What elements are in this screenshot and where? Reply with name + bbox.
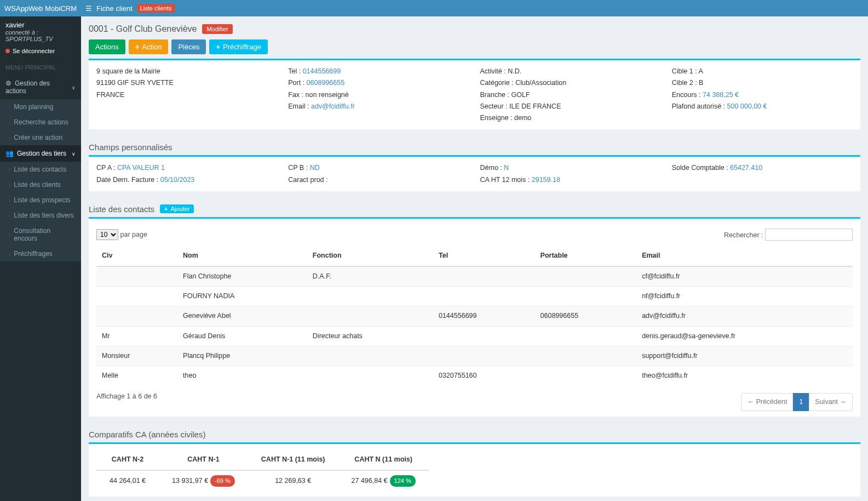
label: Plafond autorisé : (672, 103, 727, 110)
modify-button[interactable]: Modifier (202, 24, 232, 34)
table-row[interactable]: MonsieurPlancq Philippesupport@fcidiffu.… (96, 346, 853, 366)
plus-icon (164, 206, 168, 212)
cpa-link[interactable]: CPA VALEUR 1 (117, 164, 165, 172)
custom-fields-title: Champs personnalisés (89, 138, 860, 155)
breadcrumb-badge[interactable]: Liste clients (137, 4, 175, 13)
pager-next[interactable]: Suivant → (809, 393, 853, 411)
sidebar-item-tiers[interactable]: Gestion des tiers (0, 145, 81, 162)
status-dot-icon (5, 49, 10, 53)
perpage-select[interactable]: 10 (96, 229, 118, 240)
prechiffrage-button-label: Préchiffrage (223, 43, 261, 51)
value: A (698, 67, 703, 75)
col-header: CAHT N-2 (96, 449, 159, 470)
sidebar-subitem[interactable]: Liste des prospects (0, 192, 81, 208)
cell: 0320755160 (433, 366, 535, 386)
value: demo (514, 114, 531, 122)
sidebar-subitem[interactable]: Liste des contacts (0, 162, 81, 177)
label: Cible 2 : (672, 79, 699, 87)
cell (433, 266, 535, 287)
cell: 13 931,97 € (172, 477, 208, 485)
chevron-right-icon (9, 213, 10, 219)
label: CP B : (288, 164, 309, 172)
cell (433, 346, 535, 366)
pager-page-1[interactable]: 1 (793, 393, 809, 411)
col-header[interactable]: Fonction (307, 246, 433, 266)
address-line: FRANCE (96, 89, 277, 101)
cpb-link[interactable]: ND (310, 164, 320, 172)
cell (535, 287, 637, 306)
comparatif-table: CAHT N-2 CAHT N-1 CAHT N-1 (11 mois) CAH… (96, 449, 429, 492)
delta-down-badge: -69 % (210, 475, 235, 487)
actions-button[interactable]: Actions (89, 39, 125, 54)
col-header[interactable]: Portable (535, 246, 637, 266)
pieces-button[interactable]: Pièces (171, 39, 206, 54)
sidebar-item-actions[interactable]: Gestion des actions (0, 75, 81, 99)
sidebar-subitem-label: Consultation encours (14, 227, 76, 242)
contacts-table: CivNomFonctionTelPortableEmail Flan Chri… (96, 246, 853, 386)
user-conn-label: connecté à : (5, 29, 38, 36)
chevron-right-icon (9, 119, 10, 126)
content: 0001 - Golf Club Geneviève Modifier Acti… (81, 16, 868, 501)
logout-button[interactable]: Se déconnecter (0, 45, 81, 60)
sidebar-subitem-label: Liste des clients (14, 181, 60, 189)
label: CP A : (96, 164, 117, 172)
col-header[interactable]: Tel (433, 246, 535, 266)
col-header[interactable]: Nom (177, 246, 307, 266)
add-contact-label: Ajouter (171, 206, 190, 212)
table-row[interactable]: Melletheo0320755160theo@fcidiffu.fr (96, 366, 853, 386)
port-link[interactable]: 0608996655 (307, 79, 345, 87)
email-link[interactable]: adv@fcidiffu.fr (311, 103, 355, 110)
sidebar: xavier connecté à : SPORTPLUS_TV Se déco… (0, 16, 81, 501)
sidebar-subitem[interactable]: Consultation encours (0, 223, 81, 246)
value: ILE DE FRANCE (509, 103, 561, 110)
cell: 0144556699 (433, 306, 535, 326)
cell: D.A.F. (307, 266, 433, 287)
topbar: WSAppWeb MobiCRM Fiche client Liste clie… (0, 0, 868, 16)
sidebar-subitem[interactable]: Recherche actions (0, 115, 81, 130)
value: N.D. (508, 67, 521, 75)
chevron-right-icon (9, 167, 10, 173)
search-input[interactable] (765, 229, 853, 241)
sidebar-subitem[interactable]: Mon planning (0, 99, 81, 115)
table-row[interactable]: MrGéraud DenisDirecteur achatsdenis.gera… (96, 326, 853, 346)
action-button-label: Action (142, 43, 162, 51)
tel-link[interactable]: 0144556699 (303, 67, 341, 75)
gear-icon (5, 79, 12, 87)
cell: theo (177, 366, 307, 386)
sidebar-subitem-label: Recherche actions (14, 118, 68, 126)
sidebar-subitem-label: Liste des contacts (14, 166, 66, 173)
chevron-right-icon (9, 104, 10, 110)
pager-prev[interactable]: ← Précédent (741, 393, 793, 411)
label: Date Dern. Facture : (96, 176, 160, 184)
prechiffrage-button[interactable]: Préchiffrage (209, 39, 267, 54)
cell: 27 496,84 € (352, 477, 388, 485)
action-button[interactable]: Action (129, 39, 169, 54)
sidebar-toggle[interactable] (85, 4, 92, 13)
sidebar-subitem[interactable]: Liste des tiers divers (0, 208, 81, 223)
table-row[interactable]: Geneviève Abel01445566990608996655adv@fc… (96, 306, 853, 326)
col-header[interactable]: Email (636, 246, 853, 266)
user-name: xavier (5, 21, 76, 29)
plafond-value: 500 000,00 € (727, 103, 767, 110)
sidebar-subitem[interactable]: Préchiffrages (0, 246, 81, 261)
table-row[interactable]: Flan ChristopheD.A.F.cf@fcidiffu.fr (96, 266, 853, 287)
cell: Géraud Denis (177, 326, 307, 346)
demo-link[interactable]: N (504, 164, 509, 172)
col-header[interactable]: Civ (96, 246, 177, 266)
plus-icon (216, 43, 220, 51)
finance-block: Cible 1 : A Cible 2 : B Encours : 74 388… (672, 66, 853, 124)
label: Catégorie : (480, 79, 516, 87)
value: non renseigné (306, 91, 349, 99)
table-row[interactable]: FOURNY NADIAnf@fcidiffu.fr (96, 287, 853, 306)
address-block: 9 square de la Mairie 91190 GIF SUR YVET… (96, 66, 277, 124)
sidebar-subitem[interactable]: Créer une action (0, 130, 81, 145)
cell: Melle (96, 366, 177, 386)
label: Tel : (288, 67, 302, 75)
brand[interactable]: WSAppWeb MobiCRM (0, 0, 81, 16)
add-contact-button[interactable]: Ajouter (160, 204, 194, 213)
col-header: CAHT N-1 (11 mois) (248, 449, 338, 470)
sidebar-subitem[interactable]: Liste des clients (0, 177, 81, 192)
page-title: 0001 - Golf Club Geneviève (89, 24, 197, 34)
value: B (699, 79, 703, 87)
cell: nf@fcidiffu.fr (636, 287, 853, 306)
